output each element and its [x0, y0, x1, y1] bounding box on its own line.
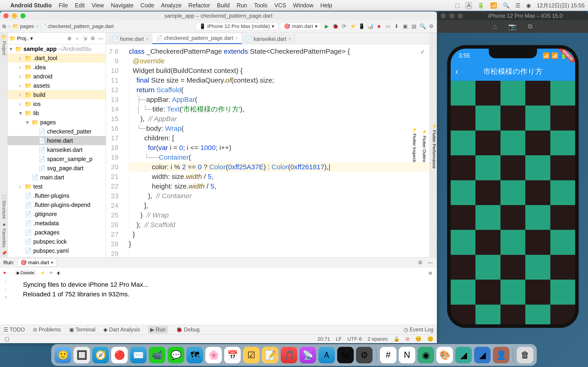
run-config-selector[interactable]: 🎯 main.dart ▾	[280, 23, 321, 30]
console-tab[interactable]: ▶ Console	[15, 270, 36, 275]
appstore-icon[interactable]: Ａ	[318, 347, 335, 363]
tree-item[interactable]: ›📁 .idea	[8, 63, 106, 72]
caret-position[interactable]: 20:71	[317, 336, 330, 342]
maximize-icon[interactable]	[20, 13, 26, 18]
devtools-icon[interactable]: ◐	[57, 271, 61, 275]
inspection-ok-icon[interactable]: ✓	[420, 47, 425, 57]
hot-reload-icon[interactable]: ⚡	[40, 271, 45, 275]
back-button[interactable]: ‹	[455, 67, 458, 77]
collapse-all-icon[interactable]: ⇲	[82, 35, 88, 42]
minimize-icon[interactable]	[12, 13, 17, 18]
device-selector[interactable]: 📱 iPhone 12 Pro Max (mobile) ▾	[196, 23, 278, 30]
reminders-icon[interactable]: ☑	[243, 347, 259, 363]
tree-item[interactable]: 📄 pubspec.lock	[8, 237, 106, 246]
editor-tab[interactable]: 📄 checkered_pattern_page.dart ×	[152, 33, 242, 44]
tree-item[interactable]: 📄 checkered_patter	[8, 127, 106, 136]
menu-tools[interactable]: Tools	[254, 2, 267, 9]
copy-icon[interactable]: ⧉	[528, 23, 532, 30]
tree-item[interactable]: 📄 .packages	[8, 228, 106, 237]
sourcetree-icon[interactable]: ◉	[418, 347, 434, 363]
menu-file[interactable]: File	[59, 2, 68, 9]
menu-code[interactable]: Code	[140, 2, 154, 9]
close-tab-icon[interactable]: ×	[288, 37, 291, 42]
photos-icon[interactable]: 🌸	[205, 347, 222, 363]
run-hide-icon[interactable]: —	[427, 259, 433, 266]
control-center-icon[interactable]: ☰	[515, 2, 520, 9]
vscode-icon[interactable]: ◢	[474, 347, 491, 363]
console-output[interactable]: Syncing files to device iPhone 12 Pro Ma…	[11, 277, 437, 325]
facetime-icon[interactable]: 📹	[149, 347, 165, 363]
todo-tab[interactable]: ☰ TODO	[3, 327, 25, 333]
tree-item[interactable]: ›📁 .dart_tool	[8, 53, 106, 63]
debug-button[interactable]: 🐞	[332, 23, 338, 30]
editor-tab[interactable]: 📄 home.dart ×	[108, 34, 152, 44]
readonly-icon[interactable]: 🔒	[393, 336, 400, 342]
hot-restart-icon[interactable]: ⟳	[50, 271, 52, 275]
menu-edit[interactable]: Edit	[75, 2, 85, 9]
resources-button[interactable]: ▤	[411, 23, 417, 30]
emoji-happy-icon[interactable]: 😊	[415, 336, 422, 342]
wifi-icon[interactable]: 📶	[490, 2, 497, 9]
attach-button[interactable]: 📱	[358, 23, 365, 30]
code-editor[interactable]: class _CheckeredPatternPage extends Stat…	[129, 44, 429, 257]
menu-navigate[interactable]: Navigate	[111, 2, 134, 9]
mail-icon[interactable]: ✉️	[130, 347, 147, 363]
settings-icon[interactable]: ⚙	[428, 23, 435, 30]
status-icon[interactable]: ▢	[5, 336, 9, 342]
crumb-2[interactable]: 📄 checkered_pattern_page.dart	[40, 23, 114, 29]
tree-item[interactable]: ›📁 build	[8, 90, 106, 99]
dropbox-icon[interactable]: ⬚	[455, 2, 460, 9]
siri-icon[interactable]: ◉	[526, 2, 531, 9]
maps-icon[interactable]: 🗺	[187, 347, 203, 363]
tree-item[interactable]: 📄 main.dart	[8, 173, 106, 182]
expand-all-icon[interactable]: ÷	[74, 35, 80, 42]
tree-item[interactable]: 📄 .flutter-plugins	[8, 191, 106, 200]
menu-build[interactable]: Build	[217, 2, 230, 9]
emoji-sad-icon[interactable]: 😟	[427, 336, 433, 342]
finder-icon[interactable]: 🙂	[55, 347, 71, 363]
more-icon[interactable]: »	[5, 295, 7, 299]
safari-icon[interactable]: 🧭	[92, 347, 109, 363]
layout-button[interactable]: ▣	[402, 23, 408, 30]
editor-tab[interactable]: 📄 kanseikei.dart ×	[242, 34, 295, 44]
menu-analyze[interactable]: Analyze	[161, 2, 182, 9]
tree-item[interactable]: ›📁 android	[8, 72, 106, 81]
file-encoding[interactable]: UTF-8	[347, 336, 362, 342]
indent[interactable]: 2 spaces	[367, 336, 388, 342]
sim-close-icon[interactable]	[441, 13, 446, 18]
clock[interactable]: 12月12日(日) 15:55	[537, 2, 585, 9]
build-variants-tool-tab[interactable]: 📌	[0, 249, 7, 257]
run-settings-icon[interactable]: ⚙	[417, 259, 424, 266]
chrome-icon[interactable]: 🔴	[111, 347, 128, 363]
favorites-tool-tab[interactable]: ★ Favorites	[0, 220, 7, 249]
avatar-icon[interactable]: 👤	[493, 347, 510, 363]
crumb-0[interactable]: ib	[2, 23, 6, 29]
avd-button[interactable]: ▭	[384, 23, 391, 30]
tree-item[interactable]: ›📁 assets	[8, 81, 106, 90]
tree-item[interactable]: 📄 pubspec.yaml	[8, 246, 106, 255]
trash-icon[interactable]: 🗑	[517, 347, 533, 363]
crumb-1[interactable]: 📁 pages	[12, 23, 34, 29]
tree-item[interactable]: 📄 svg_page.dart	[8, 164, 106, 173]
menu-window[interactable]: Window	[293, 2, 313, 9]
tree-item[interactable]: 📄 home.dart	[8, 136, 106, 145]
launchpad-icon[interactable]: 🔲	[73, 347, 90, 363]
debug-tab[interactable]: 🐞 Debug	[176, 327, 199, 333]
event-log-tab[interactable]: ◷ Event Log	[404, 327, 433, 333]
search-icon[interactable]: 🔍	[503, 2, 510, 9]
line-separator[interactable]: LF	[336, 336, 342, 342]
app-name[interactable]: Android Studio	[10, 2, 52, 9]
scroll-from-source-icon[interactable]: ⊕	[66, 35, 73, 42]
sim-maximize-icon[interactable]	[458, 13, 463, 18]
run-tab[interactable]: ▶ Run	[148, 326, 168, 334]
podcasts-icon[interactable]: 📡	[300, 347, 316, 363]
run-stop-button[interactable]: ■	[3, 271, 6, 275]
tree-root[interactable]: ▾📁 sample_app ~/AndroidStu	[8, 44, 106, 53]
soft-wrap-icon[interactable]: ↓	[5, 287, 7, 292]
tree-item[interactable]: 📄 spacer_sample_p	[8, 154, 106, 164]
run-tab-main[interactable]: 🎯 main.dart ×	[17, 259, 57, 267]
screenshot-icon[interactable]: 📷	[508, 23, 516, 30]
layout-settings-icon[interactable]: ▤	[427, 269, 433, 276]
figma-icon[interactable]: 🎨	[436, 347, 453, 363]
sdk-button[interactable]: ⬇	[393, 23, 400, 30]
